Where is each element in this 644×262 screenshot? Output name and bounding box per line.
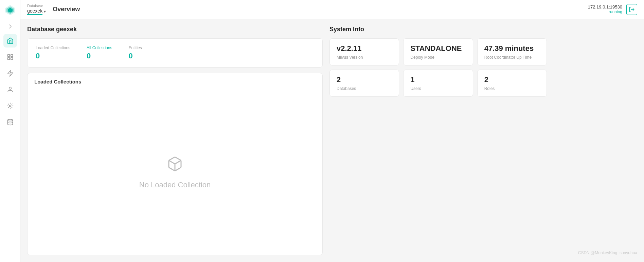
empty-state-text: No Loaded Collection (139, 181, 211, 189)
roles-label: Roles (484, 86, 540, 91)
system-info-title: System Info (329, 26, 547, 33)
roles-value: 2 (484, 75, 540, 84)
topbar: Database geexek ▾ Overview 172.19.0.1:19… (20, 0, 644, 19)
users-value: 1 (410, 75, 466, 84)
users-card: 1 Users (403, 70, 473, 97)
roles-card: 2 Roles (477, 70, 547, 97)
loaded-collections-label: Loaded Collections (36, 45, 70, 50)
svg-rect-4 (11, 55, 13, 57)
sidebar-item-search[interactable] (3, 67, 17, 80)
milvus-version-label: Milvus Version (337, 55, 392, 60)
sidebar (0, 0, 20, 262)
svg-rect-5 (7, 58, 10, 60)
loaded-collections-header: Loaded Collections (28, 73, 322, 90)
entities-label: Entities (128, 45, 142, 50)
database-name: geexek (27, 8, 42, 15)
sidebar-item-collections[interactable] (3, 50, 17, 64)
svg-rect-6 (11, 58, 13, 60)
topbar-right: 172.19.0.1:19530 running (588, 4, 637, 15)
right-panel: System Info v2.2.11 Milvus Version STAND… (329, 26, 547, 255)
loaded-collections-value: 0 (36, 52, 70, 60)
deploy-mode-label: Deploy Mode (410, 55, 466, 60)
loaded-collections-panel: Loaded Collections No Loaded Collection (27, 73, 323, 255)
content: Database geexek Loaded Collections 0 All… (20, 19, 644, 262)
uptime-label: Root Coordinator Up Time (484, 55, 540, 60)
entities-stat: Entities 0 (128, 45, 142, 60)
chevron-down-icon: ▾ (44, 9, 46, 14)
uptime-value: 47.39 minutes (484, 44, 540, 53)
entities-value: 0 (128, 52, 142, 60)
page-title: Overview (53, 6, 80, 13)
svg-point-9 (9, 105, 11, 107)
sidebar-item-database[interactable] (3, 115, 17, 129)
databases-card: 2 Databases (329, 70, 399, 97)
milvus-version-card: v2.2.11 Milvus Version (329, 38, 399, 66)
users-label: Users (410, 86, 466, 91)
left-panel: Database geexek Loaded Collections 0 All… (27, 26, 323, 255)
stats-card: Loaded Collections 0 All Collections 0 E… (27, 38, 323, 68)
sidebar-item-integrations[interactable] (3, 99, 17, 113)
server-status: running (588, 10, 622, 14)
svg-marker-7 (7, 71, 13, 76)
all-collections-label[interactable]: All Collections (87, 45, 112, 50)
sidebar-toggle-button[interactable] (0, 22, 20, 31)
server-address: 172.19.0.1:19530 (588, 4, 622, 10)
sidebar-item-users[interactable] (3, 83, 17, 96)
all-collections-value: 0 (87, 52, 112, 60)
databases-value: 2 (337, 75, 392, 84)
empty-box-icon (167, 156, 183, 175)
loaded-collections-stat: Loaded Collections 0 (36, 45, 70, 60)
main-area: Database geexek ▾ Overview 172.19.0.1:19… (20, 0, 644, 262)
database-selector[interactable]: Database geexek ▾ (27, 4, 46, 15)
deploy-mode-card: STANDALONE Deploy Mode (403, 38, 473, 66)
logout-button[interactable] (626, 4, 637, 15)
app-logo (4, 4, 16, 16)
watermark: CSDN @MonkeyKing_sunyuhua (578, 250, 637, 255)
server-info: 172.19.0.1:19530 running (588, 4, 622, 14)
db-section-title: Database geexek (27, 26, 323, 33)
sidebar-item-home[interactable] (3, 34, 17, 48)
system-info-row-2: 2 Databases 1 Users 2 Roles (329, 70, 547, 97)
svg-point-10 (7, 119, 13, 121)
svg-point-8 (9, 87, 11, 90)
milvus-version-value: v2.2.11 (337, 44, 392, 53)
databases-label: Databases (337, 86, 392, 91)
database-label: Database (27, 4, 46, 8)
svg-rect-3 (7, 55, 10, 57)
uptime-card: 47.39 minutes Root Coordinator Up Time (477, 38, 547, 66)
deploy-mode-value: STANDALONE (410, 44, 466, 53)
empty-state: No Loaded Collection (28, 90, 322, 255)
all-collections-stat: All Collections 0 (87, 45, 112, 60)
system-info-row-1: v2.2.11 Milvus Version STANDALONE Deploy… (329, 38, 547, 66)
